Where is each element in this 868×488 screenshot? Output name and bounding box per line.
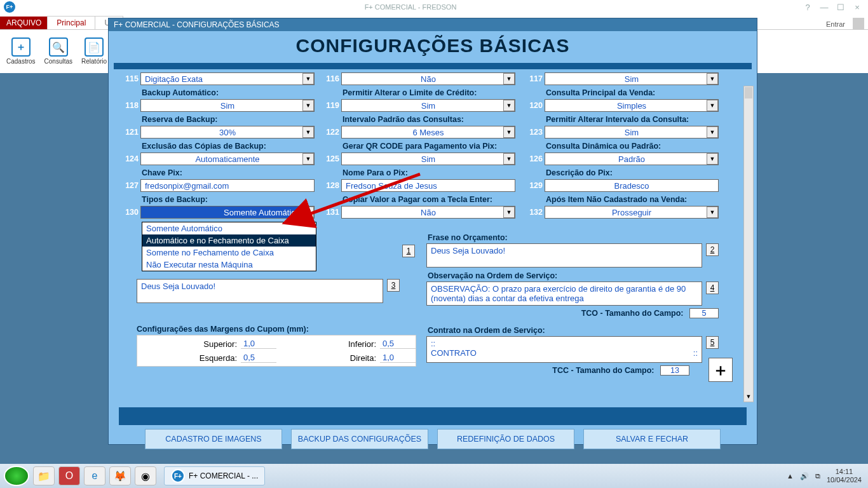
dropdown-option[interactable]: Automático e no Fechamento de Caixa <box>142 234 316 247</box>
start-button[interactable] <box>4 466 29 486</box>
chevron-down-icon[interactable]: ▼ <box>302 153 314 165</box>
config-dialog: F+ COMERCIAL - CONFIGURAÇÕES BÁSICAS CON… <box>108 18 757 445</box>
plus-button[interactable]: ＋ <box>709 358 733 382</box>
taskbar-running-app[interactable]: F+ F+ COMERCIAL - ... <box>164 466 265 485</box>
scrollbar-thumb[interactable] <box>745 87 752 98</box>
tray-network-icon[interactable]: ⧉ <box>815 472 820 480</box>
button-4[interactable]: 4 <box>706 281 719 294</box>
button-1[interactable]: 1 <box>402 245 415 257</box>
dropdown-option[interactable]: Somente Automático <box>142 222 316 234</box>
field-label: Intervalo Padrão das Consultas: <box>325 114 515 125</box>
field-125[interactable]: Sim▼ <box>341 152 515 165</box>
consultas-icon: 🔍 <box>49 37 68 57</box>
chevron-down-icon[interactable]: ▼ <box>744 391 753 402</box>
margin-superior[interactable]: 1,0 <box>241 339 276 349</box>
contrato-os-label: Contrato na Ordem de Serviço: <box>426 325 719 336</box>
margin-esquerda[interactable]: 0,5 <box>241 353 276 363</box>
field-label: Descrição do Pix: <box>528 167 719 179</box>
dropdown-option[interactable]: Somente no Fechamento de Caixa <box>142 247 316 259</box>
chevron-down-icon[interactable]: ▼ <box>503 73 515 85</box>
button-5[interactable]: 5 <box>706 336 719 349</box>
chevron-down-icon[interactable]: ▼ <box>302 100 314 111</box>
field-label: Permitir Alterar o Limite de Crédito: <box>325 87 515 98</box>
app-icon: F+ <box>171 469 185 483</box>
taskbar-chrome-icon[interactable]: ◉ <box>135 466 156 485</box>
ribbon-cadastros[interactable]: ＋ Cadastros <box>6 37 36 65</box>
obs-cupom[interactable]: Deus Seja Louvado! <box>137 279 383 303</box>
field-121[interactable]: 30%▼ <box>140 126 315 139</box>
field-label: Exclusão das Cópias de Backup: <box>124 140 315 152</box>
field-126[interactable]: Padrão▼ <box>545 152 719 165</box>
ribbon-relatorios[interactable]: 📄 Relatório <box>81 37 107 65</box>
obs-os[interactable]: OBSERVAÇÃO: O prazo para exercício de di… <box>426 281 702 306</box>
chevron-down-icon[interactable]: ▼ <box>707 100 718 111</box>
cadastro-imagens-button[interactable]: CADASTRO DE IMAGENS <box>145 429 282 449</box>
field-label: Consulta Principal da Venda: <box>528 87 719 98</box>
help-icon[interactable]: ? <box>802 3 813 12</box>
field-132[interactable]: Prosseguir▼ <box>545 206 719 219</box>
dropdown-option[interactable]: Não Executar nesta Máquina <box>142 259 316 271</box>
field-label: Após Item Não Cadastrado na Venda: <box>528 194 719 205</box>
chevron-down-icon[interactable]: ▼ <box>707 126 718 138</box>
field-123[interactable]: Sim▼ <box>545 126 719 139</box>
chevron-down-icon[interactable]: ▼ <box>707 153 718 165</box>
field-num: 132 <box>528 208 545 217</box>
minimize-icon[interactable]: — <box>818 3 830 12</box>
tray-volume-icon[interactable]: 🔊 <box>800 472 809 480</box>
scrollbar[interactable]: ▼ <box>743 86 754 402</box>
frase-orcamento[interactable]: Deus Seja Louvado! <box>426 243 702 268</box>
contrato-os[interactable]: :: CONTRATO :: <box>426 336 702 363</box>
tipos-backup-dropdown[interactable]: Somente Automático Automático e no Fecha… <box>142 222 316 271</box>
field-119[interactable]: Sim▼ <box>341 99 515 112</box>
ribbon-label: Cadastros <box>6 58 36 65</box>
tray-chevron-up-icon[interactable]: ▲ <box>787 472 794 480</box>
field-num: 120 <box>528 101 545 110</box>
field-129[interactable]: Bradesco <box>545 179 719 192</box>
field-124[interactable]: Automaticamente▼ <box>140 152 315 165</box>
tco-value[interactable]: 5 <box>689 308 719 318</box>
margin-direita[interactable]: 1,0 <box>380 353 416 363</box>
chevron-down-icon[interactable]: ▼ <box>707 207 718 218</box>
app-icon: F+ <box>4 1 15 13</box>
field-127[interactable]: fredsonpix@gmail.com <box>140 179 315 192</box>
close-icon[interactable]: × <box>851 3 863 12</box>
field-num: 117 <box>528 74 545 83</box>
redefinicao-dados-button[interactable]: REDEFINIÇÃO DE DADOS <box>437 429 574 449</box>
tcc-row: TCC - Tamanho do Campo: 13 <box>426 365 719 376</box>
backup-config-button[interactable]: BACKUP DAS CONFIGURAÇÕES <box>291 429 428 449</box>
taskbar-firefox-icon[interactable]: 🦊 <box>109 466 131 485</box>
tab-principal[interactable]: Principal <box>47 16 95 29</box>
field-label: Permitir Alterar Intervalo da Consulta: <box>528 114 719 125</box>
tray-clock[interactable]: 14:11 10/04/2024 <box>827 468 862 484</box>
field-118[interactable]: Sim▼ <box>140 99 315 112</box>
field-116[interactable]: Não▼ <box>341 72 515 85</box>
chevron-down-icon[interactable]: ▼ <box>503 100 515 111</box>
tab-arquivo[interactable]: ARQUIVO <box>0 17 48 29</box>
chevron-down-icon[interactable]: ▼ <box>302 73 314 85</box>
taskbar-opera-icon[interactable]: O <box>58 466 80 485</box>
field-num: 124 <box>124 154 140 163</box>
tco-row: TCO - Tamanho do Campo: 5 <box>426 308 719 318</box>
avatar-icon[interactable] <box>853 18 864 29</box>
button-3[interactable]: 3 <box>387 279 400 292</box>
margin-inferior[interactable]: 0,5 <box>380 339 416 349</box>
chevron-down-icon[interactable]: ▼ <box>503 153 515 165</box>
entrar-link[interactable]: Entrar <box>822 19 849 29</box>
chevron-down-icon[interactable]: ▼ <box>503 207 515 218</box>
maximize-icon[interactable]: ☐ <box>835 3 846 12</box>
field-130[interactable]: Somente Automático▼ <box>140 206 315 219</box>
field-122[interactable]: 6 Meses▼ <box>341 126 515 139</box>
field-115[interactable]: Digitação Exata▼ <box>140 72 315 85</box>
field-117[interactable]: Sim▼ <box>545 72 719 85</box>
button-2[interactable]: 2 <box>706 243 719 256</box>
dialog-heading: CONFIGURAÇÕES BÁSICAS <box>109 31 757 63</box>
salvar-fechar-button[interactable]: SALVAR E FECHAR <box>583 429 721 449</box>
field-120[interactable]: Simples▼ <box>545 99 719 112</box>
ribbon-consultas[interactable]: 🔍 Consultas <box>44 37 72 65</box>
taskbar-explorer-icon[interactable]: 📁 <box>33 466 55 485</box>
tcc-value[interactable]: 13 <box>660 365 689 376</box>
chevron-down-icon[interactable]: ▼ <box>707 73 718 85</box>
chevron-down-icon[interactable]: ▼ <box>302 126 314 138</box>
taskbar-ie-icon[interactable]: e <box>84 466 105 485</box>
chevron-down-icon[interactable]: ▼ <box>503 126 515 138</box>
